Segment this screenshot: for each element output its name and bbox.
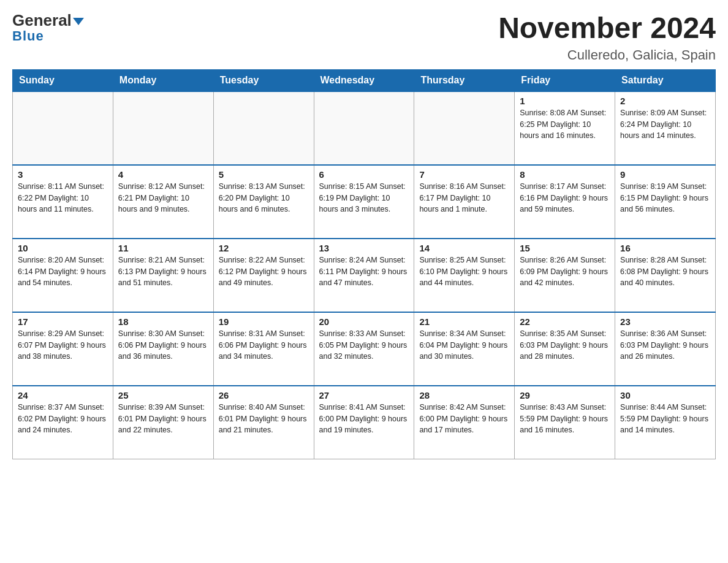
day-number: 19 [219, 316, 309, 327]
day-number: 21 [419, 316, 509, 327]
day-number: 8 [520, 169, 610, 180]
day-info: Sunrise: 8:20 AM Sunset: 6:14 PM Dayligh… [18, 255, 108, 289]
calendar-week-2: 3Sunrise: 8:11 AM Sunset: 6:22 PM Daylig… [13, 165, 716, 239]
day-info: Sunrise: 8:42 AM Sunset: 6:00 PM Dayligh… [419, 402, 509, 436]
calendar-cell: 21Sunrise: 8:34 AM Sunset: 6:04 PM Dayli… [414, 312, 515, 386]
calendar-cell: 13Sunrise: 8:24 AM Sunset: 6:11 PM Dayli… [314, 239, 414, 312]
calendar-cell [213, 91, 314, 165]
calendar-week-4: 17Sunrise: 8:29 AM Sunset: 6:07 PM Dayli… [13, 312, 716, 386]
day-info: Sunrise: 8:16 AM Sunset: 6:17 PM Dayligh… [419, 181, 509, 215]
title-area: November 2024 Culleredo, Galicia, Spain [498, 12, 716, 63]
logo-triangle-icon [73, 18, 84, 25]
day-info: Sunrise: 8:40 AM Sunset: 6:01 PM Dayligh… [219, 402, 309, 436]
day-number: 7 [419, 169, 509, 180]
calendar-cell [113, 91, 213, 165]
calendar-cell: 14Sunrise: 8:25 AM Sunset: 6:10 PM Dayli… [414, 239, 515, 312]
calendar-cell: 28Sunrise: 8:42 AM Sunset: 6:00 PM Dayli… [414, 386, 515, 459]
day-info: Sunrise: 8:41 AM Sunset: 6:00 PM Dayligh… [319, 402, 409, 436]
calendar-cell [314, 91, 414, 165]
day-number: 17 [18, 316, 108, 327]
day-info: Sunrise: 8:22 AM Sunset: 6:12 PM Dayligh… [219, 255, 309, 289]
day-info: Sunrise: 8:15 AM Sunset: 6:19 PM Dayligh… [319, 181, 409, 215]
calendar-cell: 2Sunrise: 8:09 AM Sunset: 6:24 PM Daylig… [615, 91, 716, 165]
calendar-cell: 27Sunrise: 8:41 AM Sunset: 6:00 PM Dayli… [314, 386, 414, 459]
calendar-cell [13, 91, 113, 165]
calendar-cell: 18Sunrise: 8:30 AM Sunset: 6:06 PM Dayli… [113, 312, 213, 386]
day-info: Sunrise: 8:09 AM Sunset: 6:24 PM Dayligh… [620, 107, 710, 142]
day-info: Sunrise: 8:12 AM Sunset: 6:21 PM Dayligh… [118, 181, 208, 215]
day-number: 4 [118, 169, 208, 180]
day-info: Sunrise: 8:31 AM Sunset: 6:06 PM Dayligh… [219, 328, 309, 362]
day-info: Sunrise: 8:37 AM Sunset: 6:02 PM Dayligh… [18, 402, 108, 436]
calendar-cell: 15Sunrise: 8:26 AM Sunset: 6:09 PM Dayli… [515, 239, 615, 312]
day-number: 28 [419, 390, 509, 400]
day-number: 15 [520, 243, 610, 253]
day-info: Sunrise: 8:30 AM Sunset: 6:06 PM Dayligh… [118, 328, 208, 362]
day-number: 1 [520, 96, 610, 106]
calendar-cell: 10Sunrise: 8:20 AM Sunset: 6:14 PM Dayli… [13, 239, 113, 312]
calendar-cell: 23Sunrise: 8:36 AM Sunset: 6:03 PM Dayli… [615, 312, 716, 386]
calendar-cell: 25Sunrise: 8:39 AM Sunset: 6:01 PM Dayli… [113, 386, 213, 459]
col-header-thursday: Thursday [414, 69, 515, 91]
day-number: 3 [18, 169, 108, 180]
day-info: Sunrise: 8:44 AM Sunset: 5:59 PM Dayligh… [620, 402, 710, 436]
day-number: 13 [319, 243, 409, 253]
calendar-week-1: 1Sunrise: 8:08 AM Sunset: 6:25 PM Daylig… [13, 91, 716, 165]
col-header-tuesday: Tuesday [213, 69, 314, 91]
day-number: 26 [219, 390, 309, 400]
day-info: Sunrise: 8:19 AM Sunset: 6:15 PM Dayligh… [620, 181, 710, 215]
calendar-cell: 12Sunrise: 8:22 AM Sunset: 6:12 PM Dayli… [213, 239, 314, 312]
day-info: Sunrise: 8:35 AM Sunset: 6:03 PM Dayligh… [520, 328, 610, 362]
day-info: Sunrise: 8:43 AM Sunset: 5:59 PM Dayligh… [520, 402, 610, 436]
calendar-cell: 9Sunrise: 8:19 AM Sunset: 6:15 PM Daylig… [615, 165, 716, 239]
calendar-cell: 29Sunrise: 8:43 AM Sunset: 5:59 PM Dayli… [515, 386, 615, 459]
logo-text: General [12, 12, 84, 28]
day-number: 5 [219, 169, 309, 180]
col-header-saturday: Saturday [615, 69, 716, 91]
calendar-cell: 5Sunrise: 8:13 AM Sunset: 6:20 PM Daylig… [213, 165, 314, 239]
calendar-cell: 16Sunrise: 8:28 AM Sunset: 6:08 PM Dayli… [615, 239, 716, 312]
day-number: 29 [520, 390, 610, 400]
calendar-cell: 30Sunrise: 8:44 AM Sunset: 5:59 PM Dayli… [615, 386, 716, 459]
day-info: Sunrise: 8:13 AM Sunset: 6:20 PM Dayligh… [219, 181, 309, 215]
logo: General Blue [12, 12, 84, 44]
day-number: 24 [18, 390, 108, 400]
calendar-cell: 11Sunrise: 8:21 AM Sunset: 6:13 PM Dayli… [113, 239, 213, 312]
calendar-table: SundayMondayTuesdayWednesdayThursdayFrid… [12, 69, 716, 460]
day-info: Sunrise: 8:25 AM Sunset: 6:10 PM Dayligh… [419, 255, 509, 289]
calendar-cell: 26Sunrise: 8:40 AM Sunset: 6:01 PM Dayli… [213, 386, 314, 459]
day-info: Sunrise: 8:24 AM Sunset: 6:11 PM Dayligh… [319, 255, 409, 289]
day-number: 9 [620, 169, 710, 180]
calendar-cell: 20Sunrise: 8:33 AM Sunset: 6:05 PM Dayli… [314, 312, 414, 386]
calendar-week-3: 10Sunrise: 8:20 AM Sunset: 6:14 PM Dayli… [13, 239, 716, 312]
day-info: Sunrise: 8:39 AM Sunset: 6:01 PM Dayligh… [118, 402, 208, 436]
day-number: 30 [620, 390, 710, 400]
logo-blue-text: Blue [12, 28, 44, 44]
day-number: 22 [520, 316, 610, 327]
calendar-cell: 4Sunrise: 8:12 AM Sunset: 6:21 PM Daylig… [113, 165, 213, 239]
day-number: 25 [118, 390, 208, 400]
page-header: General Blue November 2024 Culleredo, Ga… [12, 12, 716, 63]
calendar-cell: 17Sunrise: 8:29 AM Sunset: 6:07 PM Dayli… [13, 312, 113, 386]
day-number: 20 [319, 316, 409, 327]
calendar-cell: 24Sunrise: 8:37 AM Sunset: 6:02 PM Dayli… [13, 386, 113, 459]
day-number: 23 [620, 316, 710, 327]
col-header-sunday: Sunday [13, 69, 113, 91]
calendar-cell: 6Sunrise: 8:15 AM Sunset: 6:19 PM Daylig… [314, 165, 414, 239]
day-info: Sunrise: 8:34 AM Sunset: 6:04 PM Dayligh… [419, 328, 509, 362]
day-info: Sunrise: 8:26 AM Sunset: 6:09 PM Dayligh… [520, 255, 610, 289]
calendar-cell: 7Sunrise: 8:16 AM Sunset: 6:17 PM Daylig… [414, 165, 515, 239]
day-info: Sunrise: 8:33 AM Sunset: 6:05 PM Dayligh… [319, 328, 409, 362]
day-info: Sunrise: 8:36 AM Sunset: 6:03 PM Dayligh… [620, 328, 710, 362]
calendar-cell [414, 91, 515, 165]
day-number: 16 [620, 243, 710, 253]
day-info: Sunrise: 8:29 AM Sunset: 6:07 PM Dayligh… [18, 328, 108, 362]
calendar-cell: 8Sunrise: 8:17 AM Sunset: 6:16 PM Daylig… [515, 165, 615, 239]
day-number: 12 [219, 243, 309, 253]
day-number: 18 [118, 316, 208, 327]
calendar-cell: 19Sunrise: 8:31 AM Sunset: 6:06 PM Dayli… [213, 312, 314, 386]
day-number: 11 [118, 243, 208, 253]
day-info: Sunrise: 8:08 AM Sunset: 6:25 PM Dayligh… [520, 107, 610, 142]
col-header-monday: Monday [113, 69, 213, 91]
day-number: 27 [319, 390, 409, 400]
